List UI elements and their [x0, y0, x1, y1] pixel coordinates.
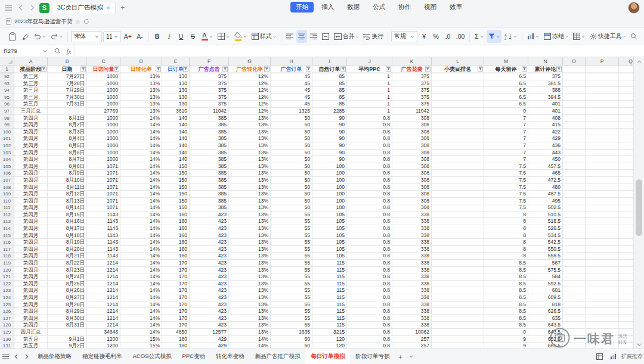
cell-J114[interactable]: 0.8 [347, 225, 392, 232]
cell-B94[interactable]: 7月29日 [48, 87, 87, 94]
cell-F99[interactable]: 385 [190, 122, 229, 129]
row-number-120[interactable]: 120 [0, 267, 14, 274]
cell-A102[interactable]: 第四月 [14, 142, 48, 150]
cell-I127[interactable]: 115 [312, 315, 347, 322]
cell-H106[interactable]: 50 [271, 170, 312, 177]
cell-O105[interactable] [563, 163, 586, 170]
cell-M95[interactable]: 6.5 [484, 94, 528, 101]
cell-K119[interactable]: 338 [392, 260, 432, 267]
cell-M115[interactable]: 8 [484, 232, 528, 239]
cell-O130[interactable] [563, 336, 586, 343]
add-document-tab-icon[interactable]: + [118, 3, 128, 13]
cell-L115[interactable] [432, 232, 484, 239]
cell-B110[interactable]: 8月13日 [48, 198, 87, 205]
cell-F106[interactable]: 385 [190, 170, 229, 177]
cell-D108[interactable]: 14% [120, 184, 162, 191]
cell-O115[interactable] [563, 232, 586, 239]
cell-E96[interactable]: 130 [162, 101, 190, 108]
cell-C122[interactable]: 1214 [87, 281, 120, 288]
cell-L118[interactable] [432, 253, 484, 260]
cell-F96[interactable]: 375 [190, 101, 229, 108]
cell-E109[interactable]: 150 [162, 191, 190, 198]
cell-G95[interactable]: 12% [229, 94, 271, 101]
row-number-118[interactable]: 118 [0, 253, 14, 260]
cell-H113[interactable]: 55 [271, 218, 312, 225]
cell-H96[interactable]: 45 [271, 101, 312, 108]
cell-N102[interactable]: 436 [528, 142, 563, 150]
cell-N106[interactable]: 465 [528, 170, 563, 177]
cell-C114[interactable]: 1143 [87, 225, 120, 232]
cell-M96[interactable]: 6.5 [484, 101, 528, 108]
cell-F110[interactable]: 385 [190, 198, 229, 205]
cell-M98[interactable]: 7 [484, 115, 528, 122]
cell-A103[interactable]: 第四月 [14, 150, 48, 157]
cell-B107[interactable]: 8月10日 [48, 177, 87, 184]
cell-L114[interactable] [432, 225, 484, 232]
cell-K124[interactable]: 338 [392, 294, 432, 301]
cell-I100[interactable]: 90 [312, 129, 347, 136]
cell-F113[interactable]: 423 [190, 218, 229, 225]
cell-D111[interactable]: 14% [120, 204, 162, 211]
cell-F128[interactable]: 423 [190, 322, 229, 329]
font-family-select[interactable]: 宋体 [71, 31, 102, 42]
cell-H94[interactable]: 45 [271, 87, 312, 94]
cell-L116[interactable] [432, 239, 484, 246]
column-header-E[interactable]: E [162, 57, 190, 66]
cell-H97[interactable]: 1325 [271, 108, 312, 115]
decrease-font-size-button[interactable]: A- [135, 30, 145, 43]
cell-G123[interactable]: 13% [229, 287, 271, 294]
row-number-113[interactable]: 113 [0, 218, 14, 225]
cell-H110[interactable]: 50 [271, 198, 312, 205]
cell-N122[interactable]: 592.5 [528, 281, 563, 288]
cell-G102[interactable]: 13% [229, 142, 271, 150]
cell-I128[interactable]: 115 [312, 322, 347, 329]
cell-D100[interactable]: 14% [120, 129, 162, 136]
cell-H95[interactable]: 45 [271, 94, 312, 101]
cell-I101[interactable]: 90 [312, 135, 347, 142]
cell-M100[interactable]: 7 [484, 129, 528, 136]
filter-dropdown-icon[interactable] [425, 67, 431, 72]
cell-P123[interactable] [586, 287, 619, 294]
cell-M97[interactable]: 0 [484, 108, 528, 115]
cell-B120[interactable]: 8月23日 [48, 267, 87, 274]
cell-N103[interactable]: 443 [528, 150, 563, 157]
cell-B96[interactable]: 7月31日 [48, 101, 87, 108]
cell-I115[interactable]: 105 [312, 232, 347, 239]
cell-C127[interactable]: 1214 [87, 315, 120, 322]
cell-J107[interactable]: 0.8 [347, 177, 392, 184]
cell-F101[interactable]: 385 [190, 135, 229, 142]
row-number-126[interactable]: 126 [0, 308, 14, 315]
row-number-128[interactable]: 128 [0, 322, 14, 329]
cell-H109[interactable]: 50 [271, 191, 312, 198]
cell-I95[interactable]: 85 [312, 94, 347, 101]
cell-K99[interactable]: 308 [392, 122, 432, 129]
cell-P127[interactable] [586, 315, 619, 322]
cell-K128[interactable]: 338 [392, 322, 432, 329]
cell-L104[interactable] [432, 156, 484, 163]
cell-P129[interactable] [586, 329, 619, 336]
header-cell-L1[interactable]: 小类目排名 [432, 66, 484, 73]
cell-C113[interactable]: 1143 [87, 218, 120, 225]
column-header-K[interactable]: K [392, 57, 432, 66]
cell-C97[interactable]: 27769 [87, 108, 120, 115]
cell-O125[interactable] [563, 301, 586, 309]
cell-I107[interactable]: 100 [312, 177, 347, 184]
cell-O109[interactable] [563, 191, 586, 198]
cell-F114[interactable]: 423 [190, 225, 229, 232]
cell-I120[interactable]: 115 [312, 267, 347, 274]
search-icon[interactable] [51, 45, 63, 57]
cell-F94[interactable]: 375 [190, 87, 229, 94]
cell-H127[interactable]: 55 [271, 315, 312, 322]
cell-E127[interactable]: 170 [162, 315, 190, 322]
cell-D129[interactable]: 14% [120, 329, 162, 336]
cell-L109[interactable] [432, 191, 484, 198]
cell-A112[interactable]: 第四月 [14, 211, 48, 219]
cell-F124[interactable]: 423 [190, 294, 229, 301]
cell-N101[interactable]: 429 [528, 135, 563, 142]
sheet-tab-stable-link-margin[interactable]: 稳定链接毛利率 [77, 349, 128, 364]
cell-B101[interactable]: 8月4日 [48, 135, 87, 142]
cell-N126[interactable]: 626.5 [528, 308, 563, 315]
cell-H116[interactable]: 55 [271, 239, 312, 246]
cell-P120[interactable] [586, 267, 619, 274]
cell-G117[interactable]: 13% [229, 246, 271, 253]
